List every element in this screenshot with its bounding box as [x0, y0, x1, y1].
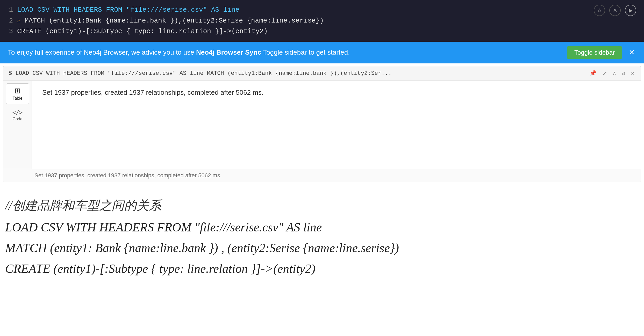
- result-tabs-sidebar: ⊞ Table </> Code: [3, 81, 32, 169]
- result-body: ⊞ Table </> Code Set 1937 properties, cr…: [3, 81, 641, 169]
- editor-toolbar: ☆ ✕ ▶: [594, 5, 636, 16]
- result-footer-text: Set 1937 properties, created 1937 relati…: [34, 172, 222, 179]
- star-icon[interactable]: ☆: [594, 5, 605, 16]
- bottom-comment: //创建品牌和车型之间的关系: [5, 197, 639, 214]
- warning-icon: ⚠: [17, 16, 20, 25]
- notification-text: To enjoy full experince of Neo4j Browser…: [8, 48, 567, 56]
- code-line-3: 3 CREATE (entity1)-[:Subtype { type: lin…: [5, 26, 639, 37]
- refresh-icon[interactable]: ↺: [621, 69, 626, 78]
- close-banner-button[interactable]: ✕: [627, 48, 636, 57]
- notification-text-before: To enjoy full experince of Neo4j Browser…: [8, 48, 196, 56]
- tab-code[interactable]: </> Code: [6, 105, 29, 126]
- close-result-icon[interactable]: ✕: [630, 69, 635, 78]
- result-message: Set 1937 properties, created 1937 relati…: [42, 89, 263, 96]
- collapse-icon[interactable]: ∧: [612, 69, 617, 78]
- play-icon[interactable]: ▶: [625, 5, 636, 16]
- code-text-2: MATCH (entity1:Bank {name:line.bank }),(…: [25, 16, 324, 26]
- result-footer: Set 1937 properties, created 1937 relati…: [3, 169, 641, 182]
- line-num-2: 2: [5, 16, 13, 26]
- notification-text-after: Toggle sidebar to get started.: [261, 48, 350, 56]
- code-line-2: 2 ⚠ MATCH (entity1:Bank {name:line.bank …: [5, 16, 639, 26]
- code-text-3: CREATE (entity1)-[:Subtype { type: line.…: [17, 26, 268, 37]
- code-editor: ☆ ✕ ▶ 1 LOAD CSV WITH HEADERS FROM "file…: [0, 0, 644, 42]
- tab-code-label: Code: [12, 117, 22, 121]
- notification-banner: To enjoy full experince of Neo4j Browser…: [0, 42, 644, 63]
- result-content: Set 1937 properties, created 1937 relati…: [32, 81, 641, 169]
- result-query-text: $ LOAD CSV WITH HEADERS FROM "file:///se…: [9, 70, 589, 77]
- result-header-icons: 📌 ⤢ ∧ ↺ ✕: [589, 69, 635, 78]
- result-panel: $ LOAD CSV WITH HEADERS FROM "file:///se…: [3, 66, 641, 182]
- bottom-code-line-2: MATCH (entity1: Bank {name:line.bank }) …: [5, 239, 639, 257]
- toggle-sidebar-button[interactable]: Toggle sidebar: [567, 46, 622, 59]
- close-icon[interactable]: ✕: [609, 5, 621, 16]
- tab-table-label: Table: [12, 96, 22, 101]
- table-icon: ⊞: [15, 86, 20, 95]
- code-icon: </>: [12, 109, 23, 116]
- bottom-section: //创建品牌和车型之间的关系 LOAD CSV WITH HEADERS FRO…: [0, 187, 644, 290]
- bottom-code-line-1: LOAD CSV WITH HEADERS FROM "file:///seri…: [5, 218, 639, 237]
- tab-table[interactable]: ⊞ Table: [6, 83, 29, 104]
- line-num-1: 1: [5, 5, 13, 16]
- line-num-3: 3: [5, 26, 13, 37]
- result-header: $ LOAD CSV WITH HEADERS FROM "file:///se…: [3, 66, 641, 81]
- code-text-1: LOAD CSV WITH HEADERS FROM "file:///seri…: [17, 5, 239, 16]
- section-divider: [0, 185, 644, 185]
- notification-highlight: Neo4j Browser Sync: [196, 48, 261, 56]
- expand-icon[interactable]: ⤢: [601, 69, 608, 78]
- bottom-code-line-3: CREATE (entity1)-[:Subtype { type: line.…: [5, 259, 639, 278]
- pin-icon[interactable]: 📌: [589, 69, 598, 78]
- code-lines: 1 LOAD CSV WITH HEADERS FROM "file:///se…: [5, 5, 639, 37]
- code-line-1: 1 LOAD CSV WITH HEADERS FROM "file:///se…: [5, 5, 639, 16]
